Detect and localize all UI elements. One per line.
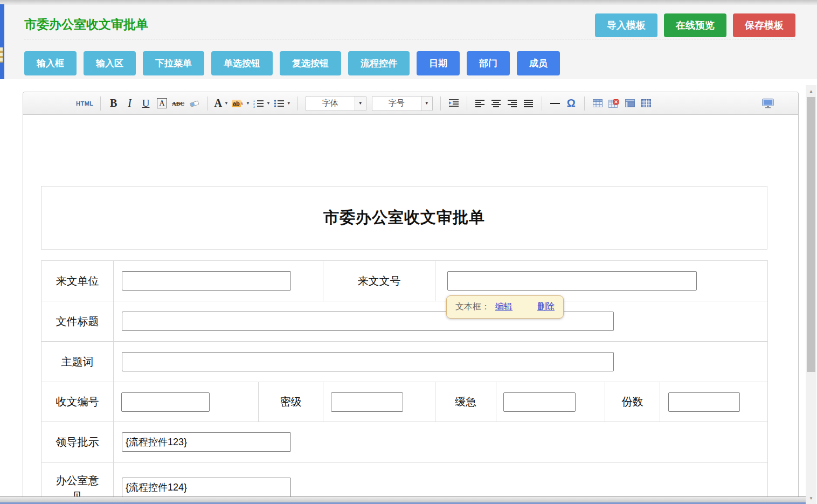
- form-table: 来文单位 来文文号 文件标题: [41, 260, 768, 504]
- label-copies: 份数: [605, 382, 660, 422]
- header-actions: 导入模板 在线预览 保存模板: [595, 13, 795, 37]
- label-receipt-number: 收文编号: [41, 382, 113, 422]
- widget-radio-button[interactable]: 单选按钮: [211, 51, 273, 75]
- svg-text:3: 3: [253, 105, 255, 108]
- import-template-button[interactable]: 导入模板: [595, 13, 657, 37]
- editor-document[interactable]: 市委办公室收文审批单 来文单位 来文文号 文件标题: [23, 186, 798, 504]
- urgency-input[interactable]: [503, 392, 576, 412]
- unordered-list-icon[interactable]: ▼: [274, 96, 291, 111]
- chevron-down-icon[interactable]: ▼: [421, 96, 432, 111]
- delete-widget-link[interactable]: 删除: [537, 301, 555, 313]
- vertical-scrollbar[interactable]: ▲ ▼: [806, 85, 816, 504]
- background-window-fragment: [0, 47, 3, 63]
- subject-words-input[interactable]: [122, 352, 614, 371]
- widget-input-box-button[interactable]: 输入框: [24, 51, 77, 75]
- leader-instructions-input[interactable]: [122, 432, 291, 452]
- bold-icon[interactable]: B: [107, 96, 120, 111]
- form-title-cell: 市委办公室收文审批单: [41, 186, 767, 250]
- window-top-frame: [0, 0, 817, 4]
- table-properties-icon[interactable]: [640, 96, 653, 111]
- align-center-icon[interactable]: [490, 96, 503, 111]
- strikethrough-icon[interactable]: ABC: [172, 96, 185, 111]
- rich-text-editor: HTML B I U A ABC A ▼: [23, 92, 799, 504]
- cell-incoming-unit: [113, 261, 323, 301]
- widget-checkbox-button[interactable]: 复选按钮: [280, 51, 341, 75]
- horizontal-rule-icon[interactable]: [549, 96, 562, 111]
- label-urgency: 缓急: [435, 382, 496, 422]
- toolbar-separator: [467, 96, 467, 111]
- delete-table-icon[interactable]: [607, 96, 620, 111]
- label-leader-instructions: 领导批示: [41, 422, 113, 462]
- widget-date-button[interactable]: 日期: [417, 51, 460, 75]
- cell-document-title: [113, 301, 767, 341]
- background-window-edge: [0, 4, 4, 79]
- copies-input[interactable]: [668, 392, 740, 412]
- page-title: 市委办公室收文审批单: [24, 16, 148, 33]
- label-secrecy-level: 密级: [258, 382, 323, 422]
- incoming-unit-input[interactable]: [122, 271, 291, 291]
- toolbar-separator: [207, 96, 208, 111]
- label-incoming-unit: 来文单位: [41, 261, 113, 301]
- incoming-doc-number-input[interactable]: [447, 271, 697, 291]
- header-divider: [24, 39, 795, 39]
- cell-subject-words: [113, 342, 767, 382]
- online-preview-button[interactable]: 在线预览: [664, 13, 726, 37]
- cell-receipt-number: [113, 382, 258, 422]
- header-panel: 市委办公室收文审批单 导入模板 在线预览 保存模板 输入框 输入区 下拉菜单 单…: [4, 4, 817, 79]
- cell-leader-instructions: [113, 422, 767, 462]
- toolbar-separator: [584, 96, 585, 111]
- align-justify-icon[interactable]: [522, 96, 535, 111]
- table-cell-properties-icon[interactable]: [624, 96, 636, 111]
- table-row: 来文单位 来文文号: [41, 261, 767, 301]
- scrollbar-thumb[interactable]: [807, 97, 815, 372]
- cell-incoming-doc-number: [435, 261, 767, 301]
- widget-department-button[interactable]: 部门: [467, 51, 510, 75]
- align-left-icon[interactable]: [474, 96, 487, 111]
- chevron-down-icon[interactable]: ▼: [355, 96, 366, 111]
- page: 市委办公室收文审批单 导入模板 在线预览 保存模板 输入框 输入区 下拉菜单 单…: [0, 0, 817, 504]
- table-row: 文件标题: [41, 301, 767, 341]
- textbox-widget-tooltip: 文本框： 编辑 删除: [446, 295, 564, 319]
- table-row: 主题词: [41, 341, 767, 382]
- scroll-down-icon[interactable]: ▼: [806, 494, 816, 502]
- save-template-button[interactable]: 保存模板: [733, 13, 795, 37]
- window-bottom-frame: [0, 496, 806, 504]
- font-color-icon[interactable]: A ▼: [214, 96, 229, 111]
- label-incoming-doc-number: 来文文号: [323, 261, 435, 301]
- tooltip-label: 文本框：: [455, 301, 490, 313]
- fullscreen-icon[interactable]: [761, 96, 774, 111]
- highlight-color-icon[interactable]: ab ✎ ▼: [232, 96, 250, 111]
- label-document-title: 文件标题: [41, 301, 113, 341]
- secrecy-level-input[interactable]: [331, 392, 403, 412]
- html-source-icon[interactable]: HTML: [76, 96, 94, 111]
- cell-urgency: [496, 382, 605, 422]
- widget-member-button[interactable]: 成员: [517, 51, 560, 75]
- edit-widget-link[interactable]: 编辑: [495, 301, 513, 313]
- italic-icon[interactable]: I: [123, 96, 136, 111]
- special-character-icon[interactable]: Ω: [565, 96, 578, 111]
- form-title: 市委办公室收文审批单: [323, 207, 485, 229]
- widget-button-row: 输入框 输入区 下拉菜单 单选按钮 复选按钮 流程控件 日期 部门 成员: [24, 51, 560, 75]
- font-family-select[interactable]: 字体 ▼: [306, 96, 366, 111]
- indent-icon[interactable]: [447, 96, 460, 111]
- toolbar-separator: [100, 96, 101, 111]
- toolbar-separator: [297, 96, 298, 111]
- label-subject-words: 主题词: [41, 342, 113, 382]
- table-row: 收文编号 密级 缓急 份数: [41, 382, 767, 422]
- cell-secrecy-level: [323, 382, 435, 422]
- office-opinion-input[interactable]: [122, 478, 291, 497]
- widget-dropdown-button[interactable]: 下拉菜单: [143, 51, 204, 75]
- align-right-icon[interactable]: [506, 96, 519, 111]
- font-size-select[interactable]: 字号 ▼: [372, 96, 433, 111]
- receipt-number-input[interactable]: [121, 392, 210, 412]
- font-style-icon[interactable]: A: [156, 96, 169, 111]
- widget-flow-control-button[interactable]: 流程控件: [348, 51, 410, 75]
- widget-textarea-button[interactable]: 输入区: [84, 51, 136, 75]
- toolbar-separator: [440, 96, 441, 111]
- table-row: 领导批示: [41, 422, 767, 462]
- underline-icon[interactable]: U: [140, 96, 153, 111]
- insert-table-icon[interactable]: [591, 96, 604, 111]
- ordered-list-icon[interactable]: 1 2 3 ▼: [253, 96, 271, 111]
- eraser-icon[interactable]: [188, 96, 201, 111]
- scroll-up-icon[interactable]: ▲: [806, 87, 816, 95]
